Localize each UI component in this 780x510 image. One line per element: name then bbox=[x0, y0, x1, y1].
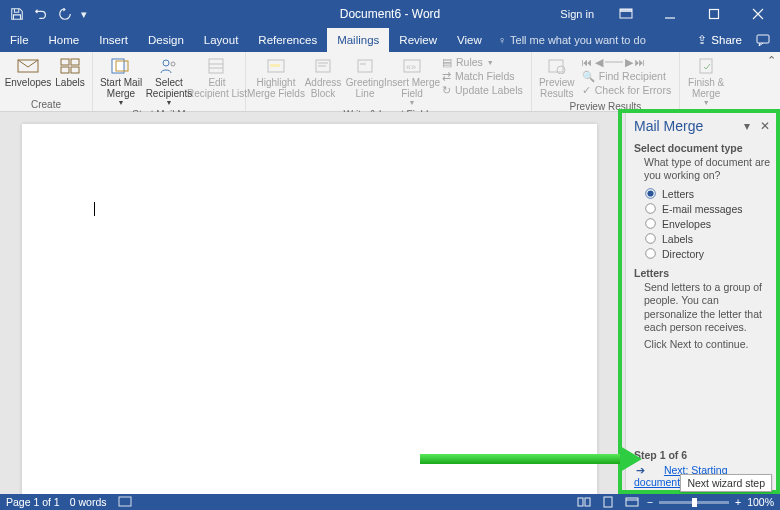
quick-access-toolbar: ▾ bbox=[0, 3, 90, 25]
tab-view[interactable]: View bbox=[447, 28, 492, 52]
page-indicator[interactable]: Page 1 of 1 bbox=[6, 496, 60, 508]
spellcheck-button[interactable] bbox=[116, 495, 134, 509]
ribbon-tabs: File Home Insert Design Layout Reference… bbox=[0, 28, 780, 52]
preview-results-button[interactable]: Preview Results bbox=[536, 54, 578, 101]
letters-heading: Letters bbox=[634, 267, 772, 279]
start-mail-merge-button[interactable]: Start Mail Merge▼ bbox=[97, 54, 145, 109]
svg-rect-22 bbox=[358, 60, 372, 72]
address-icon bbox=[311, 56, 335, 76]
radio-letters[interactable]: Letters bbox=[644, 186, 772, 201]
svg-rect-31 bbox=[585, 498, 590, 506]
group-start-mail-merge: Start Mail Merge▼ Select Recipients▼ Edi… bbox=[93, 52, 246, 111]
zoom-slider[interactable] bbox=[659, 501, 729, 504]
check-icon: ✓ bbox=[582, 84, 591, 96]
zoom-in-button[interactable]: + bbox=[735, 496, 741, 508]
select-recipients-button[interactable]: Select Recipients▼ bbox=[145, 54, 193, 109]
tab-file[interactable]: File bbox=[0, 28, 39, 52]
svg-rect-7 bbox=[71, 59, 79, 65]
close-button[interactable] bbox=[736, 0, 780, 28]
read-mode-button[interactable] bbox=[575, 495, 593, 509]
radio-envelopes[interactable]: Envelopes bbox=[644, 216, 772, 231]
address-block-button[interactable]: Address Block bbox=[302, 54, 344, 109]
zoom-out-button[interactable]: − bbox=[647, 496, 653, 508]
tab-review[interactable]: Review bbox=[389, 28, 447, 52]
mailmerge-icon bbox=[109, 56, 133, 76]
svg-rect-29 bbox=[119, 497, 131, 506]
tab-insert[interactable]: Insert bbox=[89, 28, 138, 52]
rules-button[interactable]: ▤Rules ▼ bbox=[442, 55, 523, 69]
edit-list-icon bbox=[205, 56, 229, 76]
tab-mailings[interactable]: Mailings bbox=[327, 28, 389, 52]
svg-point-27 bbox=[557, 66, 565, 74]
minimize-button[interactable] bbox=[648, 0, 692, 28]
pane-close-button[interactable]: ✕ bbox=[756, 119, 774, 133]
svg-rect-8 bbox=[61, 67, 69, 73]
match-fields-button[interactable]: ⇄Match Fields bbox=[442, 69, 523, 83]
svg-text:«»: «» bbox=[406, 62, 416, 72]
finish-merge-button[interactable]: Finish & Merge▼ bbox=[684, 54, 728, 109]
text-cursor bbox=[94, 202, 95, 216]
svg-point-12 bbox=[163, 60, 169, 66]
word-count[interactable]: 0 words bbox=[70, 496, 107, 508]
svg-rect-32 bbox=[604, 497, 612, 507]
collapse-ribbon-button[interactable]: ⌃ bbox=[762, 52, 780, 111]
greeting-icon bbox=[353, 56, 377, 76]
radio-directory[interactable]: Directory bbox=[644, 246, 772, 261]
greeting-line-button[interactable]: Greeting Line bbox=[344, 54, 386, 109]
match-icon: ⇄ bbox=[442, 70, 451, 82]
document-title: Document6 - Word bbox=[340, 7, 440, 21]
document-page[interactable] bbox=[22, 124, 597, 504]
tab-layout[interactable]: Layout bbox=[194, 28, 249, 52]
lightbulb-icon: ♀ bbox=[498, 34, 506, 46]
record-nav[interactable]: ⏮◀ ▶⏭ bbox=[582, 55, 671, 69]
update-labels-button[interactable]: ↻Update Labels bbox=[442, 83, 523, 97]
click-next-text: Click Next to continue. bbox=[644, 338, 772, 351]
edit-recipient-list-button[interactable]: Edit Recipient List bbox=[193, 54, 241, 109]
maximize-button[interactable] bbox=[692, 0, 736, 28]
tab-references[interactable]: References bbox=[248, 28, 327, 52]
rules-icon: ▤ bbox=[442, 56, 452, 68]
check-errors-button[interactable]: ✓Check for Errors bbox=[582, 83, 671, 97]
insert-merge-field-button[interactable]: «»Insert Merge Field▼ bbox=[386, 54, 438, 109]
arrow-right-icon: ➔ bbox=[636, 464, 645, 476]
mail-merge-pane: Mail Merge ▾ ✕ Select document type What… bbox=[625, 112, 780, 494]
tell-me-search[interactable]: ♀ Tell me what you want to do bbox=[498, 28, 646, 52]
radio-email[interactable]: E-mail messages bbox=[644, 201, 772, 216]
update-icon: ↻ bbox=[442, 84, 451, 96]
insert-field-icon: «» bbox=[400, 56, 424, 76]
tab-design[interactable]: Design bbox=[138, 28, 194, 52]
envelope-icon bbox=[16, 56, 40, 76]
print-layout-button[interactable] bbox=[599, 495, 617, 509]
svg-rect-9 bbox=[71, 67, 79, 73]
zoom-level[interactable]: 100% bbox=[747, 496, 774, 508]
envelopes-button[interactable]: Envelopes bbox=[4, 54, 52, 90]
labels-icon bbox=[58, 56, 82, 76]
finish-icon bbox=[694, 56, 718, 76]
group-write-insert-fields: Highlight Merge Fields Address Block Gre… bbox=[246, 52, 532, 111]
letters-description: Send letters to a group of people. You c… bbox=[644, 281, 772, 334]
tab-home[interactable]: Home bbox=[39, 28, 90, 52]
radio-labels[interactable]: Labels bbox=[644, 231, 772, 246]
preview-icon bbox=[545, 56, 569, 76]
redo-button[interactable] bbox=[54, 3, 76, 25]
ribbon: Envelopes Labels Create Start Mail Merge… bbox=[0, 52, 780, 112]
labels-button[interactable]: Labels bbox=[52, 54, 88, 90]
ribbon-display-options[interactable] bbox=[604, 0, 648, 28]
svg-rect-33 bbox=[626, 498, 638, 506]
comments-button[interactable] bbox=[752, 26, 774, 54]
group-preview-results: Preview Results ⏮◀ ▶⏭ 🔍Find Recipient ✓C… bbox=[532, 52, 680, 111]
save-button[interactable] bbox=[6, 3, 28, 25]
highlight-icon bbox=[264, 56, 288, 76]
qat-customize[interactable]: ▾ bbox=[78, 3, 90, 25]
find-recipient-button[interactable]: 🔍Find Recipient bbox=[582, 69, 671, 83]
svg-rect-1 bbox=[620, 9, 632, 12]
web-layout-button[interactable] bbox=[623, 495, 641, 509]
highlight-merge-fields-button[interactable]: Highlight Merge Fields bbox=[250, 54, 302, 109]
titlebar: ▾ Document6 - Word Sign in bbox=[0, 0, 780, 28]
signin-link[interactable]: Sign in bbox=[550, 0, 604, 28]
pane-options-button[interactable]: ▾ bbox=[738, 119, 756, 133]
share-button[interactable]: ⇪Share bbox=[691, 33, 748, 47]
statusbar: Page 1 of 1 0 words − + 100% bbox=[0, 494, 780, 510]
pane-title: Mail Merge bbox=[634, 118, 703, 134]
undo-button[interactable] bbox=[30, 3, 52, 25]
